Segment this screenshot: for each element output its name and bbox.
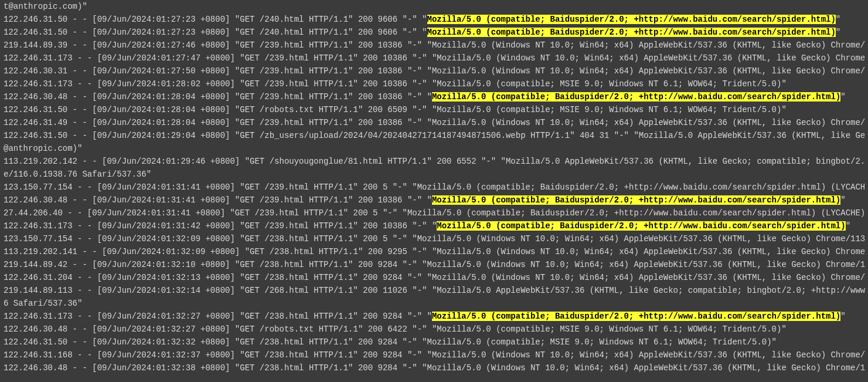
search-highlight: Mozilla/5.0 (compatible; Baiduspider/2.0… bbox=[427, 15, 836, 24]
log-line-suffix: " bbox=[840, 195, 845, 205]
search-highlight: Mozilla/5.0 (compatible; Baiduspider/2.0… bbox=[432, 92, 840, 102]
log-line-prefix: 122.246.30.48 - - [09/Jun/2024:01:31:41 … bbox=[4, 195, 432, 205]
log-line-suffix: " bbox=[840, 92, 845, 102]
search-highlight: Mozilla/5.0 (compatible; Baiduspider/2.0… bbox=[427, 28, 836, 37]
log-line: 122.246.31.50 - - [09/Jun/2024:01:32:32 … bbox=[4, 336, 864, 349]
log-line-prefix: 122.246.31.173 - - [09/Jun/2024:01:31:42… bbox=[4, 221, 437, 231]
log-line: 122.246.31.50 - - [09/Jun/2024:01:27:23 … bbox=[4, 13, 864, 26]
log-line-suffix: " bbox=[836, 28, 840, 37]
log-line-prefix: 122.246.30.48 - - [09/Jun/2024:01:28:04 … bbox=[4, 92, 432, 102]
log-line: 122.246.31.173 - - [09/Jun/2024:01:27:47… bbox=[4, 52, 864, 65]
log-line: 122.246.30.48 - - [09/Jun/2024:01:28:04 … bbox=[4, 90, 864, 103]
log-line-suffix: " bbox=[846, 221, 850, 231]
log-line-suffix: " bbox=[836, 15, 840, 24]
log-line: 122.246.30.48 - - [09/Jun/2024:01:32:27 … bbox=[4, 323, 864, 336]
log-line: t@anthropic.com)" bbox=[4, 0, 864, 13]
log-line: 122.246.31.173 - - [09/Jun/2024:01:32:27… bbox=[4, 310, 864, 323]
log-line: 27.44.206.40 - - [09/Jun/2024:01:31:41 +… bbox=[4, 207, 864, 219]
log-line: 122.246.31.173 - - [09/Jun/2024:01:31:42… bbox=[4, 219, 864, 232]
log-line: 122.246.31.50 - - [09/Jun/2024:01:28:04 … bbox=[4, 103, 864, 116]
log-line: e/116.0.1938.76 Safari/537.36" bbox=[4, 168, 864, 181]
log-line: @anthropic.com)" bbox=[4, 142, 864, 155]
log-line: 123.150.77.154 - - [09/Jun/2024:01:31:41… bbox=[4, 181, 864, 194]
log-line: 219.144.89.113 - - [09/Jun/2024:01:32:14… bbox=[4, 284, 864, 297]
log-line: 122.246.31.49 - - [09/Jun/2024:01:28:04 … bbox=[4, 116, 864, 129]
log-line: 219.144.89.42 - - [09/Jun/2024:01:32:10 … bbox=[4, 258, 864, 271]
log-line: 122.246.31.173 - - [09/Jun/2024:01:28:02… bbox=[4, 77, 864, 90]
search-highlight: Mozilla/5.0 (compatible; Baiduspider/2.0… bbox=[432, 312, 840, 321]
log-viewer[interactable]: t@anthropic.com)"122.246.31.50 - - [09/J… bbox=[0, 0, 868, 377]
log-line: 122.246.30.31 - - [09/Jun/2024:01:27:50 … bbox=[4, 65, 864, 77]
log-line: 122.246.31.204 - - [09/Jun/2024:01:32:13… bbox=[4, 271, 864, 284]
log-line-prefix: 122.246.31.173 - - [09/Jun/2024:01:32:27… bbox=[4, 312, 432, 321]
log-line: 122.246.30.48 - - [09/Jun/2024:01:32:38 … bbox=[4, 361, 864, 374]
log-line: 113.219.202.142 - - [09/Jun/2024:01:29:4… bbox=[4, 155, 864, 168]
search-highlight: Mozilla/5.0 (compatible; Baiduspider/2.0… bbox=[432, 195, 840, 205]
log-line: 122.246.31.168 - - [09/Jun/2024:01:32:37… bbox=[4, 349, 864, 361]
log-line: 113.219.202.141 - - [09/Jun/2024:01:32:0… bbox=[4, 245, 864, 258]
log-line: 123.150.77.154 - - [09/Jun/2024:01:32:09… bbox=[4, 232, 864, 245]
log-line: 122.246.31.50 - - [09/Jun/2024:01:29:04 … bbox=[4, 129, 864, 142]
search-highlight: Mozilla/5.0 (compatible; Baiduspider/2.0… bbox=[437, 221, 845, 231]
log-line: 219.144.89.39 - - [09/Jun/2024:01:27:46 … bbox=[4, 39, 864, 52]
log-line: 6 Safari/537.36" bbox=[4, 297, 864, 310]
log-line: 122.246.31.50 - - [09/Jun/2024:01:27:23 … bbox=[4, 26, 864, 39]
log-line-prefix: 122.246.31.50 - - [09/Jun/2024:01:27:23 … bbox=[4, 15, 427, 24]
log-line-prefix: 122.246.31.50 - - [09/Jun/2024:01:27:23 … bbox=[4, 28, 427, 37]
log-line: 122.246.30.48 - - [09/Jun/2024:01:31:41 … bbox=[4, 194, 864, 207]
log-line-suffix: " bbox=[840, 312, 845, 321]
